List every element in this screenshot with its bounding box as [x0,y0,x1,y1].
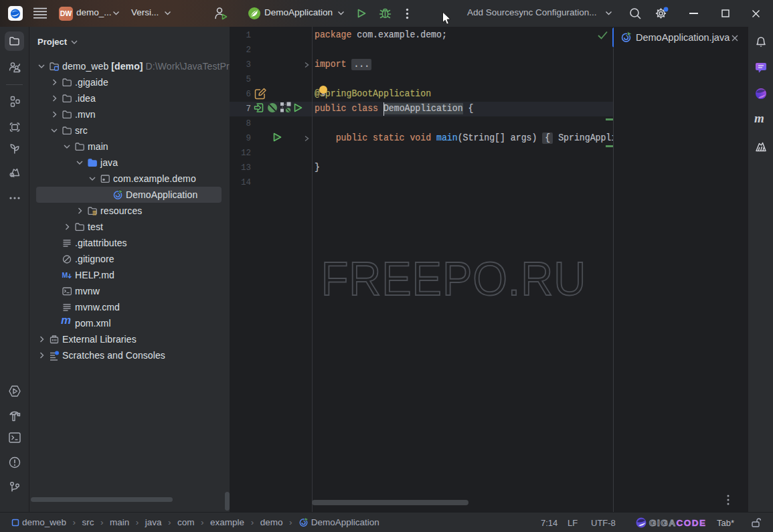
svg-text:M: M [62,271,68,279]
